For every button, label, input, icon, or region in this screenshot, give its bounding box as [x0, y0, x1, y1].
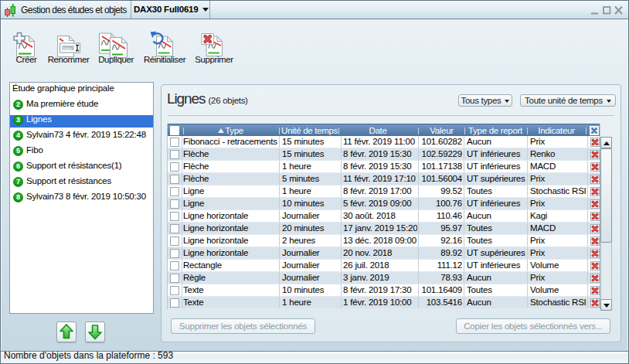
- svg-text:hlıbı: hlıbı: [63, 46, 73, 51]
